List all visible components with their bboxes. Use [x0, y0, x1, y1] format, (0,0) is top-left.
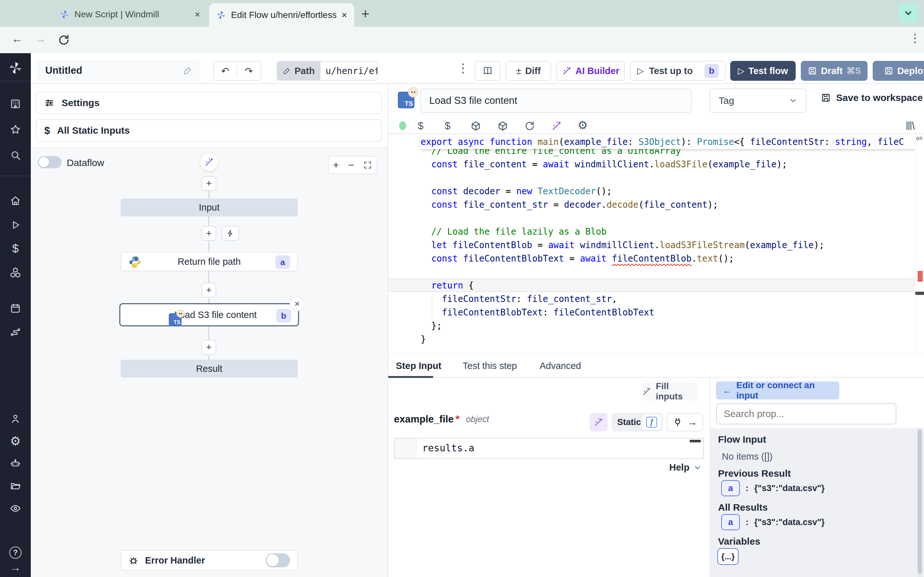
remove-step-button[interactable]: ×: [290, 297, 304, 311]
help-dropdown[interactable]: Help: [669, 462, 702, 473]
sidebar-item-routes[interactable]: [0, 323, 31, 341]
flow-node-step-a[interactable]: Return file path a: [121, 252, 298, 271]
redo-button[interactable]: ↷: [237, 65, 260, 77]
reload-icon[interactable]: [524, 121, 535, 131]
docs-button[interactable]: [475, 61, 501, 81]
zoom-out-button[interactable]: −: [348, 159, 354, 171]
flow-settings-button[interactable]: Settings: [36, 92, 382, 114]
scrollbar-thumb[interactable]: [918, 430, 922, 574]
variables-icon[interactable]: $: [445, 120, 451, 132]
ai-builder-button[interactable]: AI Builder: [556, 61, 625, 81]
path-control[interactable]: Path u/henri/eff: [276, 61, 378, 81]
save-to-workspace-button[interactable]: Save to workspace: [821, 92, 923, 103]
minimap[interactable]: on: [915, 134, 924, 354]
code-editor[interactable]: // Load the entire file_content as a Uin…: [388, 134, 924, 354]
tab-close-icon[interactable]: ×: [194, 9, 200, 20]
result-key-badge[interactable]: a: [721, 480, 740, 496]
dataflow-toggle[interactable]: [38, 156, 61, 168]
flow-node-input[interactable]: Input: [121, 198, 298, 216]
edit-or-connect-chip[interactable]: ← Edit or connect an input: [716, 382, 839, 400]
input-mode-segmented[interactable]: Static ƒ: [612, 413, 663, 432]
package-icon[interactable]: [470, 121, 481, 131]
test-up-to-label: Test up to: [649, 66, 699, 76]
static-inputs-icon[interactable]: $: [418, 120, 423, 132]
arg-value-editor[interactable]: results.a: [394, 438, 704, 459]
sidebar-item-resources[interactable]: [0, 263, 31, 282]
assistant-panel-icon[interactable]: [904, 120, 916, 131]
plus-icon: +: [206, 285, 212, 295]
previous-result-row[interactable]: a : {"s3":"data.csv"}: [721, 480, 825, 496]
add-step-button[interactable]: +: [202, 226, 216, 241]
diff-button[interactable]: ± Diff: [506, 61, 551, 81]
browser-menu-icon[interactable]: ⋮: [909, 31, 921, 45]
pencil-icon: [283, 67, 291, 75]
test-flow-button[interactable]: ▷ Test flow: [730, 61, 796, 81]
fill-inputs-button[interactable]: Fill inputs: [642, 382, 698, 401]
sidebar-item-folders[interactable]: [0, 477, 31, 495]
javascript-mode-segment[interactable]: ƒ: [642, 414, 662, 430]
all-static-inputs-button[interactable]: $ All Static Inputs: [36, 119, 382, 142]
sidebar-item-runs[interactable]: [0, 216, 31, 234]
flow-canvas[interactable]: Dataflow + − + Input +: [31, 148, 388, 577]
sidebar-item-audit[interactable]: [0, 500, 31, 517]
error-handler-toggle[interactable]: [266, 553, 290, 567]
sidebar-item-settings[interactable]: ⚙: [0, 432, 31, 450]
flow-node-result[interactable]: Result: [121, 359, 298, 378]
step-settings-icon[interactable]: ⚙: [577, 119, 588, 132]
variables-badge[interactable]: {...}: [717, 548, 738, 565]
add-step-button[interactable]: +: [202, 283, 216, 298]
sidebar-item-home[interactable]: [0, 192, 31, 210]
test-up-to-button[interactable]: ▷ Test up to b: [630, 61, 726, 81]
step-name-input[interactable]: Load S3 file content: [420, 89, 692, 113]
connect-input-group[interactable]: →: [667, 413, 703, 432]
sidebar-item-search[interactable]: [0, 146, 31, 164]
code-line: let fileContentBlob = await windmillClie…: [421, 238, 824, 251]
sidebar-item-schedules[interactable]: [0, 300, 31, 318]
zoom-in-button[interactable]: +: [333, 159, 339, 171]
search-prop-input[interactable]: [716, 403, 897, 424]
plus-icon: +: [206, 342, 212, 353]
flow-node-step-b-selected[interactable]: TS Load S3 file content b ×: [120, 303, 299, 326]
all-results-row[interactable]: a : {"s3":"data.csv"}: [721, 514, 825, 530]
sidebar-item-workers[interactable]: [0, 455, 31, 472]
ai-builder-label: AI Builder: [575, 66, 620, 76]
sidebar-item-workspace[interactable]: [0, 95, 31, 113]
add-trigger-button[interactable]: [222, 226, 239, 241]
tab-advanced[interactable]: Advanced: [540, 361, 581, 371]
draft-button[interactable]: Draft ⌘S: [801, 61, 867, 81]
browser-toolbar: ← → app.windmill.dev/flows/edit/u/henri/…: [0, 27, 924, 53]
forward-icon[interactable]: →: [35, 32, 46, 45]
error-handler-card[interactable]: Error Handler: [121, 550, 298, 571]
browser-tab-active[interactable]: Edit Flow u/henri/effortless_fl ×: [209, 3, 354, 27]
undo-button[interactable]: ↶: [214, 65, 237, 77]
sidebar-windmill-logo[interactable]: [0, 59, 31, 77]
arg-ai-button[interactable]: [590, 413, 607, 432]
magic-wand-icon[interactable]: [551, 121, 562, 131]
sidebar-collapse-button[interactable]: →: [0, 558, 31, 576]
code-content: // Load the entire file_content as a Uin…: [388, 134, 915, 354]
more-options-icon[interactable]: ⋮: [457, 61, 469, 75]
add-step-button[interactable]: +: [202, 340, 216, 355]
flow-summary-input[interactable]: Untitled: [37, 60, 200, 81]
add-step-button[interactable]: +: [202, 176, 216, 191]
tab-step-input[interactable]: Step Input: [396, 361, 441, 371]
sidebar-item-variables[interactable]: $: [0, 240, 31, 258]
deploy-label: Deploy: [897, 66, 924, 76]
sidebar-item-favorites[interactable]: [0, 121, 31, 139]
browser-tab-inactive[interactable]: New Script | Windmill ×: [60, 5, 200, 24]
package-icon[interactable]: [497, 121, 508, 131]
tag-select[interactable]: Tag: [710, 89, 806, 113]
new-tab-button[interactable]: +: [361, 6, 370, 22]
sidebar-item-users[interactable]: [0, 410, 31, 428]
reload-icon[interactable]: [58, 34, 70, 46]
back-icon[interactable]: ←: [11, 32, 23, 45]
tab-close-icon[interactable]: ×: [341, 10, 347, 21]
flow-ai-button[interactable]: [200, 153, 218, 171]
robot-icon: [10, 458, 21, 469]
result-key-badge[interactable]: a: [721, 514, 740, 530]
book-icon: [483, 66, 493, 76]
tab-test-this-step[interactable]: Test this step: [463, 361, 517, 371]
deploy-button[interactable]: Deploy: [873, 61, 924, 81]
tab-search-button[interactable]: [898, 3, 918, 23]
fullscreen-icon[interactable]: [363, 161, 372, 169]
